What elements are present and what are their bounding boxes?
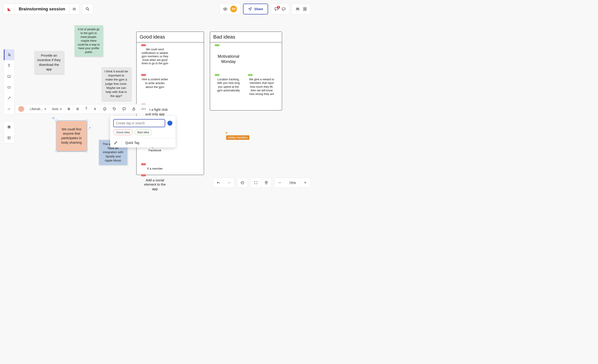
sticky-note[interactable]: We could send notifications to weaker gy… (140, 46, 170, 73)
location-button[interactable] (261, 178, 272, 187)
tag-icon (112, 107, 116, 111)
history-button[interactable] (237, 178, 248, 187)
column-title[interactable]: Good ideas (137, 32, 204, 42)
tag-search-input[interactable] (113, 119, 165, 127)
share-button[interactable]: Share (243, 4, 268, 15)
tool-toolbar: T (4, 49, 15, 114)
tag-pill (141, 74, 146, 76)
sticky-note[interactable]: I think it would be important to make th… (101, 67, 131, 101)
selected-note[interactable]: ⟲ We could fine anyone that participates… (56, 121, 87, 151)
edit-tags-button[interactable] (110, 138, 122, 147)
redo-button[interactable] (224, 178, 234, 187)
tag-color-dot[interactable] (167, 121, 172, 126)
column-bad-ideas[interactable]: Bad ideas Motivational Monday Location t… (210, 32, 282, 111)
align-button[interactable] (73, 105, 83, 113)
avatar[interactable]: AH (230, 6, 237, 12)
text-icon: T (8, 63, 10, 68)
comments-button[interactable]: 1 (274, 7, 279, 11)
zoom-out-button[interactable]: − (275, 178, 285, 187)
size-select[interactable]: Auto▼ (50, 105, 65, 113)
bold-icon: B (68, 107, 70, 111)
grid-tool[interactable] (4, 121, 14, 132)
pencil-icon (114, 141, 118, 145)
line-tool[interactable] (4, 93, 14, 104)
color-swatch[interactable] (16, 105, 27, 113)
chevron-down-icon: ▼ (60, 108, 62, 110)
sticky-note[interactable]: A lot of people go to the gym to meet pe… (75, 25, 103, 56)
fullscreen-button[interactable] (251, 178, 261, 187)
location-pin-icon (264, 181, 268, 185)
scribble-icon (7, 107, 11, 111)
zoom-in-button[interactable]: + (300, 178, 310, 187)
board-title[interactable]: Brainstorming session (15, 7, 69, 11)
app-logo[interactable]: ◣ (4, 4, 15, 14)
text-tool[interactable]: T (4, 60, 14, 71)
align-icon (75, 107, 80, 111)
tag-button[interactable] (110, 105, 119, 113)
sticky-note[interactable]: Hire a content writer to write articles … (140, 75, 170, 102)
resize-handle-tl[interactable] (55, 120, 57, 122)
tag-pill (248, 74, 253, 76)
tag-chip-bad-idea[interactable]: Bad idea (134, 129, 152, 135)
selection-border (56, 121, 87, 152)
comment-button[interactable] (119, 105, 129, 113)
panels-box (292, 4, 310, 15)
draw-tool[interactable] (4, 104, 14, 114)
tag-pill (141, 163, 146, 165)
more-button[interactable]: ••• (139, 105, 149, 113)
svg-rect-6 (8, 126, 9, 127)
template-tool[interactable] (4, 132, 14, 143)
comment-icon (122, 107, 126, 111)
resize-handle-br[interactable] (86, 150, 88, 152)
sticky-note[interactable]: If a member (140, 165, 170, 173)
people-icon[interactable] (295, 7, 300, 11)
emoji-button[interactable] (100, 105, 110, 113)
rotate-handle[interactable]: ⟲ (52, 116, 55, 120)
history-icon (240, 181, 244, 185)
svg-rect-5 (8, 86, 10, 88)
column-title[interactable]: Bad ideas (210, 32, 282, 42)
paper-plane-icon (248, 7, 252, 11)
svg-rect-8 (8, 127, 9, 128)
select-tool[interactable] (4, 49, 14, 60)
tag-chip-good-idea[interactable]: Good idea (113, 129, 133, 135)
edit-badge[interactable] (87, 125, 92, 130)
sticky-note[interactable]: Add a social element to the app (140, 176, 170, 191)
svg-rect-10 (8, 137, 10, 139)
chat-bubble-icon[interactable] (281, 7, 286, 11)
shape-tool[interactable] (4, 82, 14, 93)
svg-point-13 (105, 108, 105, 109)
sticky-note[interactable]: We give a reward to members that input h… (246, 75, 277, 102)
document-lines-icon[interactable] (303, 7, 307, 11)
resize-handle-bl[interactable] (55, 150, 57, 152)
grid-icon (7, 125, 11, 129)
sticky-note-tool[interactable] (4, 71, 14, 82)
expand-icon (254, 181, 258, 185)
resize-handle-tr[interactable] (86, 120, 88, 122)
svg-point-0 (86, 8, 88, 10)
font-select[interactable]: Liberati...▼ (27, 105, 50, 113)
comment-badge: 1 (277, 6, 280, 9)
bold-button[interactable]: B (65, 105, 73, 113)
undo-button[interactable] (213, 178, 224, 187)
lock-button[interactable] (129, 105, 139, 113)
undo-icon (216, 181, 220, 185)
zoom-value[interactable]: 75% (285, 181, 300, 185)
quick-tag-button[interactable]: Quick Tag (122, 138, 143, 147)
sticky-note[interactable]: Motivational Monday (213, 46, 244, 73)
pencil-icon (88, 126, 91, 129)
svg-point-2 (296, 8, 297, 9)
sticky-note[interactable]: Location tracking, tells you how long yo… (213, 75, 244, 102)
board-menu-button[interactable] (69, 4, 79, 14)
tag-pill (215, 74, 220, 76)
link-button[interactable] (90, 105, 100, 113)
column-good-ideas[interactable]: Good ideas We could send notifications t… (136, 32, 204, 175)
sticky-note[interactable]: Provide an incentive if they download th… (34, 51, 64, 74)
search-button[interactable] (82, 4, 93, 15)
sticky-note-icon (7, 74, 11, 79)
bottom-controls: − 75% + (213, 178, 310, 188)
emoji-icon (103, 107, 107, 111)
text-style-button[interactable]: T (83, 105, 90, 113)
eye-icon[interactable] (223, 7, 227, 11)
svg-point-3 (298, 8, 299, 9)
